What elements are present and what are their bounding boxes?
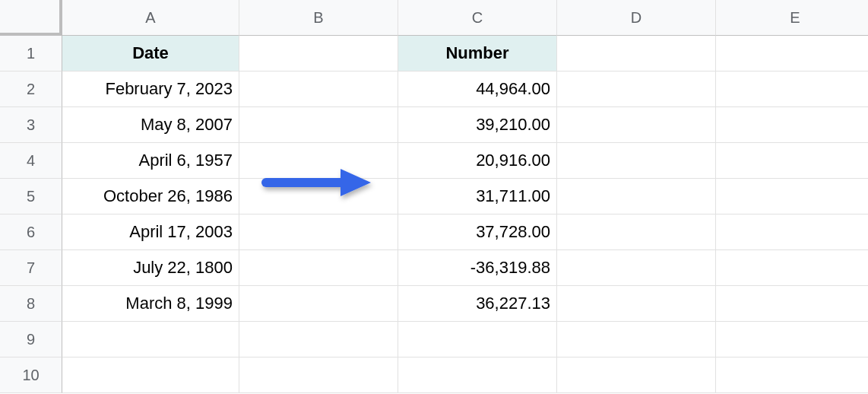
cell-D4[interactable] [557,143,716,179]
cell-E8[interactable] [716,286,868,322]
cell-E1[interactable] [716,36,868,71]
cell-D10[interactable] [557,357,716,393]
cell-B2[interactable] [239,71,398,107]
cell-E10[interactable] [716,357,868,393]
row-header-6[interactable]: 6 [0,214,62,250]
row-header-7[interactable]: 7 [0,250,62,286]
cell-A2[interactable]: February 7, 2023 [62,71,239,107]
cell-B5[interactable] [239,179,398,214]
cell-B1[interactable] [239,36,398,71]
cell-D6[interactable] [557,214,716,250]
cell-A8[interactable]: March 8, 1999 [62,286,239,322]
cell-C6[interactable]: 37,728.00 [398,214,557,250]
cell-D1[interactable] [557,36,716,71]
cell-E9[interactable] [716,322,868,357]
cell-E4[interactable] [716,143,868,179]
cell-C10[interactable] [398,357,557,393]
cell-A10[interactable] [62,357,239,393]
cell-E5[interactable] [716,179,868,214]
cell-D7[interactable] [557,250,716,286]
spreadsheet-grid: A B C D E 1 Date Number 2 February 7, 20… [0,0,868,393]
cell-A1[interactable]: Date [62,36,239,71]
cell-B10[interactable] [239,357,398,393]
row-header-10[interactable]: 10 [0,357,62,393]
row-header-4[interactable]: 4 [0,143,62,179]
cell-C3[interactable]: 39,210.00 [398,107,557,143]
row-header-8[interactable]: 8 [0,286,62,322]
cell-C4[interactable]: 20,916.00 [398,143,557,179]
row-header-5[interactable]: 5 [0,179,62,214]
cell-C5[interactable]: 31,711.00 [398,179,557,214]
row-header-1[interactable]: 1 [0,36,62,71]
row-header-2[interactable]: 2 [0,71,62,107]
cell-B8[interactable] [239,286,398,322]
cell-B4[interactable] [239,143,398,179]
cell-D2[interactable] [557,71,716,107]
cell-E3[interactable] [716,107,868,143]
cell-D8[interactable] [557,286,716,322]
col-header-D[interactable]: D [557,0,716,36]
cell-E6[interactable] [716,214,868,250]
cell-A4[interactable]: April 6, 1957 [62,143,239,179]
cell-A3[interactable]: May 8, 2007 [62,107,239,143]
cell-E2[interactable] [716,71,868,107]
cell-A9[interactable] [62,322,239,357]
cell-B6[interactable] [239,214,398,250]
cell-B9[interactable] [239,322,398,357]
cell-C7[interactable]: -36,319.88 [398,250,557,286]
col-header-C[interactable]: C [398,0,557,36]
cell-A6[interactable]: April 17, 2003 [62,214,239,250]
cell-A7[interactable]: July 22, 1800 [62,250,239,286]
cell-C9[interactable] [398,322,557,357]
col-header-E[interactable]: E [716,0,868,36]
cell-E7[interactable] [716,250,868,286]
cell-B3[interactable] [239,107,398,143]
cell-D3[interactable] [557,107,716,143]
cell-B7[interactable] [239,250,398,286]
cell-D5[interactable] [557,179,716,214]
col-header-B[interactable]: B [239,0,398,36]
corner-cell[interactable] [0,0,62,36]
cell-C1[interactable]: Number [398,36,557,71]
cell-A5[interactable]: October 26, 1986 [62,179,239,214]
cell-D9[interactable] [557,322,716,357]
row-header-3[interactable]: 3 [0,107,62,143]
cell-C2[interactable]: 44,964.00 [398,71,557,107]
cell-C8[interactable]: 36,227.13 [398,286,557,322]
row-header-9[interactable]: 9 [0,322,62,357]
col-header-A[interactable]: A [62,0,239,36]
